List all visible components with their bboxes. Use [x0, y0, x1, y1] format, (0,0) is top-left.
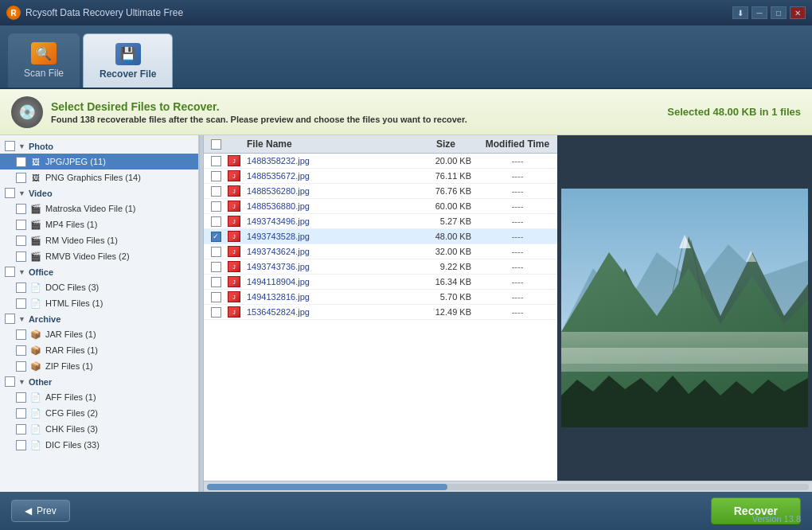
- tree-item-dic[interactable]: 📄 DIC Files (33): [0, 437, 198, 453]
- row-check-8[interactable]: [204, 277, 228, 287]
- jar-checkbox[interactable]: [16, 329, 26, 340]
- mp4-checkbox[interactable]: [16, 220, 26, 230]
- tree-item-mp4[interactable]: 🎬 MP4 Files (1): [0, 216, 198, 232]
- aff-checkbox[interactable]: [16, 392, 26, 403]
- row-check-0[interactable]: [204, 156, 228, 166]
- row-time-9: ----: [478, 292, 557, 302]
- rmvb-checkbox[interactable]: [16, 251, 26, 262]
- maximize-button[interactable]: □: [771, 6, 787, 19]
- row-check-1[interactable]: [204, 171, 228, 181]
- minimize-button[interactable]: ─: [751, 6, 767, 19]
- table-row[interactable]: ✓ J 1493743528.jpg 48.00 KB ----: [204, 229, 557, 244]
- tree-item-cfg[interactable]: 📄 CFG Files (2): [0, 405, 198, 421]
- tree-item-jar[interactable]: 📦 JAR Files (1): [0, 326, 198, 342]
- jpg-file-icon: J: [228, 291, 240, 302]
- row-checkbox-9[interactable]: [211, 292, 221, 302]
- row-check-2[interactable]: [204, 186, 228, 197]
- table-row[interactable]: J 1488358232.jpg 20.00 KB ----: [204, 154, 557, 169]
- row-checkbox-3[interactable]: [211, 201, 221, 212]
- html-checkbox[interactable]: [16, 298, 26, 309]
- tree-item-chk[interactable]: 📄 CHK Files (3): [0, 421, 198, 437]
- header-check[interactable]: [204, 138, 228, 150]
- chk-icon: 📄: [29, 423, 42, 435]
- row-checkbox-7[interactable]: [211, 262, 221, 272]
- table-row[interactable]: J 1488536280.jpg 76.76 KB ----: [204, 184, 557, 199]
- chk-checkbox[interactable]: [16, 424, 26, 435]
- row-checkbox-6[interactable]: [211, 247, 221, 257]
- row-check-6[interactable]: [204, 247, 228, 257]
- other-group-checkbox[interactable]: [5, 376, 15, 387]
- row-checkbox-8[interactable]: [211, 277, 221, 287]
- select-all-checkbox[interactable]: [211, 139, 221, 150]
- doc-checkbox[interactable]: [16, 283, 26, 293]
- tree-item-doc[interactable]: 📄 DOC Files (3): [0, 279, 198, 295]
- tree-item-zip[interactable]: 📦 ZIP Files (1): [0, 358, 198, 374]
- office-group-checkbox[interactable]: [5, 267, 15, 277]
- row-check-3[interactable]: [204, 201, 228, 212]
- info-post: recoverable files after the scan. Please…: [95, 115, 467, 124]
- row-checkbox-5[interactable]: ✓: [211, 232, 221, 242]
- row-time-7: ----: [478, 262, 557, 271]
- close-button[interactable]: ✕: [790, 6, 806, 19]
- table-row[interactable]: J 1494118904.jpg 16.34 KB ----: [204, 275, 557, 290]
- tree-item-mkv[interactable]: 🎬 Matroska Video File (1): [0, 201, 198, 216]
- recover-icon: 💾: [115, 43, 141, 65]
- table-row[interactable]: J 1493743496.jpg 5.27 KB ----: [204, 214, 557, 229]
- row-time-1: ----: [478, 171, 557, 181]
- row-icon-9: J: [228, 291, 245, 302]
- tree-item-rmvb[interactable]: 🎬 RMVB Video Files (2): [0, 248, 198, 264]
- cfg-checkbox[interactable]: [16, 408, 26, 419]
- row-size-4: 5.27 KB: [414, 216, 478, 226]
- tree-panel: ▼ Photo 🖼 JPG/JPEG (11) 🖼 PNG Graphics F…: [0, 135, 199, 492]
- row-check-10[interactable]: [204, 307, 228, 318]
- jpg-checkbox[interactable]: [16, 157, 26, 167]
- app-title: Rcysoft Data Recovery Ultimate Free: [25, 7, 732, 18]
- photo-group-checkbox[interactable]: [5, 141, 15, 151]
- zip-checkbox[interactable]: [16, 361, 26, 372]
- row-checkbox-10[interactable]: [211, 307, 221, 318]
- tree-item-rar[interactable]: 📦 RAR Files (1): [0, 342, 198, 358]
- png-checkbox[interactable]: [16, 173, 26, 183]
- download-icon[interactable]: ⬇: [732, 6, 748, 19]
- tree-item-png[interactable]: 🖼 PNG Graphics Files (14): [0, 170, 198, 185]
- bottombar: ◀ Prev Recover Version 13.8: [0, 492, 812, 530]
- rm-checkbox[interactable]: [16, 236, 26, 246]
- row-checkbox-4[interactable]: [211, 216, 221, 227]
- tree-group-other: ▼ Other: [0, 374, 198, 389]
- horizontal-scrollbar[interactable]: [204, 481, 812, 492]
- table-row[interactable]: J 1488535672.jpg 76.11 KB ----: [204, 169, 557, 184]
- tree-item-jpg[interactable]: 🖼 JPG/JPEG (11): [0, 154, 198, 170]
- table-row[interactable]: J 1488536880.jpg 60.00 KB ----: [204, 199, 557, 214]
- scrollbar-thumb[interactable]: [207, 484, 447, 490]
- prev-button[interactable]: ◀ Prev: [11, 500, 70, 522]
- tab-recover-file[interactable]: 💾 Recover File: [83, 33, 173, 88]
- table-row[interactable]: J 1493743736.jpg 9.22 KB ----: [204, 259, 557, 275]
- jpg-file-icon: J: [228, 231, 240, 242]
- mkv-checkbox[interactable]: [16, 204, 26, 214]
- tab-scan-file[interactable]: 🔍 Scan File: [8, 33, 80, 88]
- row-checkbox-0[interactable]: [211, 156, 221, 166]
- rar-checkbox[interactable]: [16, 345, 26, 356]
- office-group-label: Office: [29, 267, 53, 277]
- tabbar: 🔍 Scan File 💾 Recover File: [0, 25, 812, 89]
- info-left: 💿 Select Desired Files to Recover. Found…: [11, 96, 467, 128]
- row-icon-6: J: [228, 246, 245, 257]
- row-check-4[interactable]: [204, 216, 228, 227]
- tree-item-aff[interactable]: 📄 AFF Files (1): [0, 389, 198, 405]
- table-row[interactable]: J 1536452824.jpg 12.49 KB ----: [204, 305, 557, 320]
- row-checkbox-1[interactable]: [211, 171, 221, 181]
- table-row[interactable]: J 1494132816.jpg 5.70 KB ----: [204, 290, 557, 305]
- svg-rect-5: [561, 348, 808, 372]
- row-checkbox-2[interactable]: [211, 186, 221, 197]
- table-row[interactable]: J 1493743624.jpg 32.00 KB ----: [204, 244, 557, 259]
- tree-item-html[interactable]: 📄 HTML Files (1): [0, 295, 198, 311]
- tree-item-rm[interactable]: 🎬 RM Video Files (1): [0, 232, 198, 248]
- archive-group-checkbox[interactable]: [5, 314, 15, 324]
- video-group-checkbox[interactable]: [5, 188, 15, 198]
- row-check-5[interactable]: ✓: [204, 232, 228, 242]
- jpg-file-icon: J: [228, 216, 240, 227]
- row-check-7[interactable]: [204, 262, 228, 272]
- dic-checkbox[interactable]: [16, 440, 26, 450]
- row-check-9[interactable]: [204, 292, 228, 302]
- mp4-icon: 🎬: [29, 219, 42, 230]
